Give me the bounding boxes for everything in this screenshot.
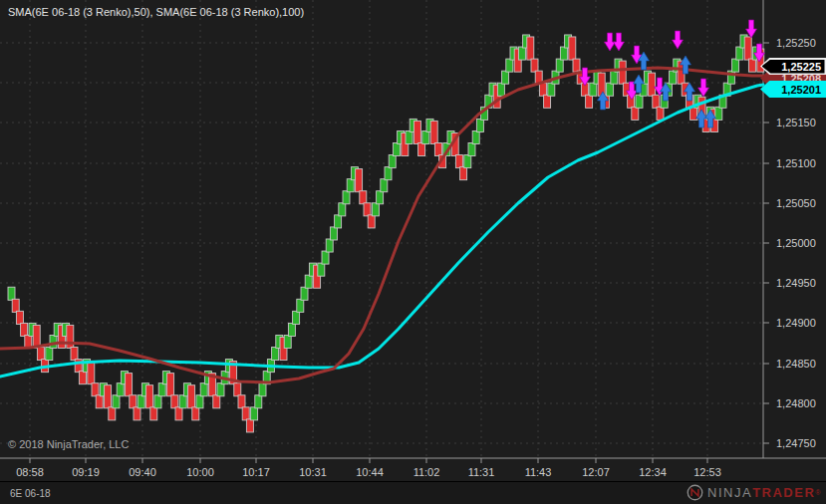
renko-brick-up <box>288 323 295 336</box>
renko-brick-up <box>326 239 333 252</box>
sma100-price-badge: 1,25201 <box>760 81 826 98</box>
renko-chart[interactable]: 1,252501,251501,251001,250501,250001,249… <box>0 0 826 504</box>
renko-brick-down <box>653 95 660 108</box>
renko-brick-down <box>413 121 420 143</box>
renko-brick-up <box>406 130 413 143</box>
renko-brick-up <box>381 179 388 192</box>
renko-brick-down <box>242 407 249 420</box>
price-label: 1,24800 <box>776 397 816 409</box>
renko-brick-down <box>192 407 199 420</box>
time-label: 11:43 <box>525 466 552 478</box>
time-label: 12:34 <box>639 466 667 478</box>
renko-brick-up <box>518 47 525 60</box>
renko-brick-up <box>196 395 203 408</box>
renko-brick-down <box>364 203 371 216</box>
last-price-value: 1,25225 <box>781 61 821 73</box>
price-label: 1,25100 <box>776 157 816 169</box>
renko-brick-down <box>67 325 74 348</box>
renko-brick-down <box>188 385 195 408</box>
renko-brick-down <box>96 395 103 408</box>
sma100-price-value: 1,25201 <box>781 84 821 96</box>
sell-marker-icon <box>673 31 684 49</box>
renko-brick-up <box>305 275 312 288</box>
renko-brick-down <box>88 362 95 384</box>
time-label: 11:31 <box>468 466 495 478</box>
renko-brick-down <box>531 59 538 72</box>
renko-brick-down <box>632 107 639 120</box>
renko-brick-up <box>636 95 643 108</box>
logo-registered-mark: ® <box>815 489 822 496</box>
renko-brick-down <box>569 37 576 60</box>
renko-brick-up <box>318 263 325 276</box>
copyright-label: © 2018 NinjaTrader, LLC <box>8 438 129 450</box>
renko-brick-up <box>736 47 743 60</box>
logo-text-trader: TRADER <box>752 485 815 500</box>
renko-brick-down <box>105 385 112 408</box>
renko-brick-down <box>434 143 441 156</box>
renko-brick-up <box>715 107 722 120</box>
last-price-badge: 1,25225 <box>760 58 826 75</box>
renko-brick-up <box>506 59 513 72</box>
time-label: 08:58 <box>16 466 44 478</box>
renko-brick-down <box>649 73 656 96</box>
renko-brick-down <box>134 407 140 420</box>
price-label: 1,24750 <box>776 437 816 449</box>
sma50-line <box>0 68 763 382</box>
renko-brick-up <box>497 83 504 96</box>
renko-brick-down <box>12 299 19 312</box>
renko-brick-down <box>167 374 174 396</box>
renko-brick-up <box>272 348 279 361</box>
price-label: 1,24950 <box>776 277 816 289</box>
renko-brick-up <box>472 130 479 143</box>
time-label: 12:53 <box>693 466 721 478</box>
renko-brick-up <box>339 203 346 216</box>
renko-brick-up <box>46 348 53 361</box>
renko-brick-up <box>117 383 124 396</box>
sma100-line <box>0 85 763 377</box>
renko-brick-up <box>670 71 677 84</box>
renko-brick-down <box>79 372 86 384</box>
renko-brick-up <box>476 119 483 131</box>
time-label: 09:19 <box>72 466 100 478</box>
renko-brick-down <box>598 73 605 96</box>
renko-brick-up <box>330 227 337 240</box>
renko-brick-down <box>92 383 99 396</box>
instrument-tab[interactable]: 6E 06-18 <box>10 488 51 499</box>
renko-brick-up <box>297 299 304 312</box>
renko-brick-up <box>259 383 266 396</box>
renko-brick-down <box>175 407 182 420</box>
renko-brick-up <box>422 130 429 143</box>
indicator-title: SMA(6E 06-18 (3 Renko),50), SMA(6E 06-18… <box>8 6 304 18</box>
renko-brick-down <box>460 167 467 180</box>
renko-brick-up <box>335 215 342 228</box>
renko-brick-up <box>154 395 161 408</box>
renko-brick-up <box>560 47 567 60</box>
renko-brick-up <box>255 395 262 408</box>
renko-brick-down <box>527 37 534 60</box>
time-label: 12:07 <box>582 466 610 478</box>
renko-brick-up <box>158 383 165 396</box>
renko-brick-up <box>200 383 207 396</box>
renko-brick-down <box>71 348 78 361</box>
renko-brick-down <box>146 385 153 408</box>
renko-brick-up <box>301 287 308 300</box>
ninjatrader-chart-window: SMA(6E 06-18 (3 Renko),50), SMA(6E 06-18… <box>0 0 826 504</box>
renko-brick-down <box>109 407 116 420</box>
renko-brick-up <box>8 287 15 300</box>
renko-brick-down <box>455 155 462 168</box>
renko-brick-down <box>234 383 241 396</box>
renko-brick-up <box>556 59 563 72</box>
renko-brick-up <box>113 395 120 408</box>
renko-brick-down <box>213 395 220 408</box>
renko-brick-down <box>586 95 593 108</box>
renko-brick-down <box>619 61 626 84</box>
renko-brick-down <box>430 121 437 143</box>
price-label: 1,25050 <box>776 197 816 209</box>
renko-brick-up <box>389 155 396 168</box>
sell-marker-icon <box>614 33 625 51</box>
price-label: 1,25250 <box>776 37 816 49</box>
renko-brick-up <box>217 383 224 396</box>
renko-brick-up <box>607 83 614 96</box>
logo-text-ninja: NINJA <box>707 485 752 500</box>
renko-brick-down <box>368 215 375 228</box>
